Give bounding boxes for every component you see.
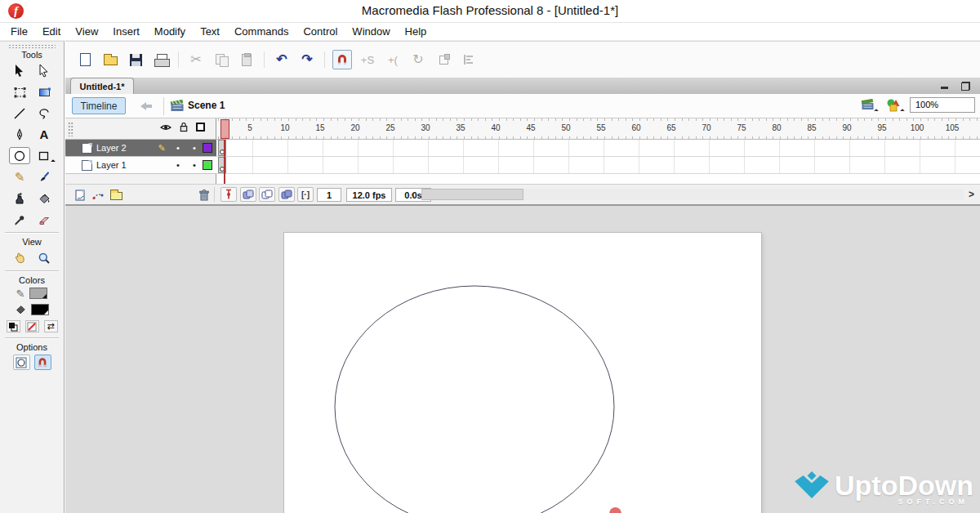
subselection-tool[interactable] [33, 62, 55, 79]
menu-text[interactable]: Text [193, 25, 227, 38]
modify-onion-markers-button[interactable]: [·] [297, 187, 314, 202]
cut-button[interactable]: ✂ [186, 50, 206, 69]
menu-insert[interactable]: Insert [105, 25, 147, 38]
menu-bar: File Edit View Insert Modify Text Comman… [0, 23, 980, 41]
playhead[interactable] [220, 119, 229, 139]
edit-scene-button[interactable] [858, 96, 877, 113]
oval-tool[interactable] [9, 147, 30, 164]
save-floppy-icon [130, 54, 142, 66]
snap-to-objects-option[interactable] [34, 355, 51, 370]
current-frame-field[interactable]: 1 [317, 188, 341, 202]
panel-grip[interactable] [8, 44, 56, 48]
paint-bucket-tool[interactable] [33, 190, 55, 207]
selection-tool[interactable] [9, 62, 30, 79]
print-button[interactable] [151, 50, 171, 69]
layer-visibility-dot[interactable]: • [170, 143, 186, 153]
scene-name-label[interactable]: Scene 1 [188, 100, 225, 111]
menu-control[interactable]: Control [296, 25, 345, 38]
layer-outline-color-chip[interactable] [203, 143, 212, 153]
pencil-tool[interactable]: ✎ [9, 168, 30, 185]
eraser-tool[interactable] [33, 211, 55, 228]
pasteboard[interactable]: UptoDown SOFT.COM [65, 206, 980, 513]
menu-commands[interactable]: Commands [227, 25, 296, 38]
default-colors-button[interactable] [7, 320, 20, 332]
timeline-grip[interactable] [68, 122, 74, 136]
lasso-tool[interactable] [33, 105, 55, 122]
layer-name[interactable]: Layer 2 [96, 143, 127, 153]
rectangle-tool[interactable] [33, 147, 55, 164]
open-button[interactable] [100, 50, 120, 69]
scroll-left-button[interactable]: ‹ [407, 188, 419, 201]
undo-button[interactable]: ↶ [272, 50, 292, 69]
layer-row-1[interactable]: Layer 1 • • [65, 157, 216, 174]
zoom-tool[interactable] [33, 249, 55, 266]
add-motion-guide-button[interactable] [90, 187, 106, 202]
timeline-toggle-button[interactable]: Timeline [72, 97, 126, 114]
straighten-button[interactable]: +( [383, 50, 403, 69]
layer-name[interactable]: Layer 1 [96, 160, 127, 170]
lock-icon[interactable] [179, 122, 189, 132]
delete-layer-button[interactable] [196, 187, 212, 202]
edit-multiple-frames-button[interactable] [278, 187, 295, 202]
stroke-color-swatch[interactable] [29, 288, 47, 299]
document-tab[interactable]: Untitled-1* [70, 78, 134, 94]
scroll-right-button[interactable]: > [965, 188, 978, 201]
object-drawing-option[interactable] [13, 355, 30, 370]
show-hide-eye-icon[interactable] [160, 123, 172, 132]
zoom-level-input[interactable] [910, 97, 975, 113]
restore-button[interactable] [959, 80, 972, 91]
pen-tool[interactable] [9, 126, 30, 143]
no-color-button[interactable] [25, 320, 39, 332]
timeline-panel: 5101520253035404550556065707580859095100… [65, 118, 980, 206]
menu-help[interactable]: Help [398, 25, 434, 38]
back-arrow-icon[interactable] [140, 101, 154, 111]
scale-button[interactable] [434, 50, 453, 69]
rotate-button[interactable]: ↻ [408, 50, 428, 69]
timeline-scrollbar-track[interactable] [421, 189, 964, 200]
center-frame-button[interactable] [220, 187, 237, 202]
layer-lock-dot[interactable]: • [186, 160, 203, 170]
swap-colors-button[interactable]: ⇄ [44, 320, 58, 332]
ink-bottle-tool[interactable] [9, 190, 30, 207]
onion-skin-button[interactable] [240, 187, 256, 202]
layer-lock-dot[interactable]: • [186, 143, 203, 153]
menu-file[interactable]: File [3, 25, 35, 38]
free-transform-tool[interactable] [9, 83, 30, 100]
layer-visibility-dot[interactable]: • [170, 160, 186, 170]
paste-button[interactable] [237, 50, 256, 69]
frames-row-layer2[interactable] [216, 140, 980, 157]
stage-canvas[interactable] [284, 233, 761, 513]
smooth-button[interactable]: +S [358, 50, 377, 69]
gradient-transform-tool[interactable] [33, 83, 55, 100]
menu-window[interactable]: Window [345, 25, 397, 38]
fill-color-swatch[interactable] [31, 304, 49, 315]
timeline-ruler[interactable]: 5101520253035404550556065707580859095100… [216, 118, 980, 140]
insert-layer-button[interactable] [72, 187, 88, 202]
frame-rate-field[interactable]: 12.0 fps [346, 188, 392, 202]
menu-modify[interactable]: Modify [147, 25, 193, 38]
layer-outline-color-chip[interactable] [203, 160, 212, 170]
ruler-tick-number: 100 [911, 123, 924, 132]
snap-to-objects-button[interactable] [332, 50, 352, 69]
menu-view[interactable]: View [68, 25, 105, 38]
line-tool[interactable] [9, 105, 30, 122]
redo-button[interactable]: ↷ [297, 50, 317, 69]
hand-tool[interactable] [9, 249, 30, 266]
insert-layer-folder-button[interactable] [108, 187, 124, 202]
copy-button[interactable] [212, 50, 231, 69]
frames-row-layer1[interactable] [216, 157, 980, 174]
layer-row-2[interactable]: Layer 2 ✎ • • [65, 140, 216, 157]
onion-skin-outlines-button[interactable] [259, 187, 275, 202]
outline-view-icon[interactable] [196, 123, 205, 132]
edit-symbols-button[interactable] [884, 96, 903, 113]
align-button[interactable] [459, 50, 479, 69]
timeline-scrollbar-thumb[interactable] [421, 189, 523, 200]
menu-edit[interactable]: Edit [35, 25, 68, 38]
eyedropper-tool[interactable] [9, 211, 30, 228]
new-document-button[interactable] [75, 50, 95, 69]
save-button[interactable] [126, 50, 145, 69]
minimize-button[interactable] [938, 80, 951, 91]
brush-tool[interactable] [33, 168, 55, 185]
stage-ellipse-drawing[interactable] [284, 233, 761, 513]
text-tool[interactable]: A [33, 126, 55, 143]
